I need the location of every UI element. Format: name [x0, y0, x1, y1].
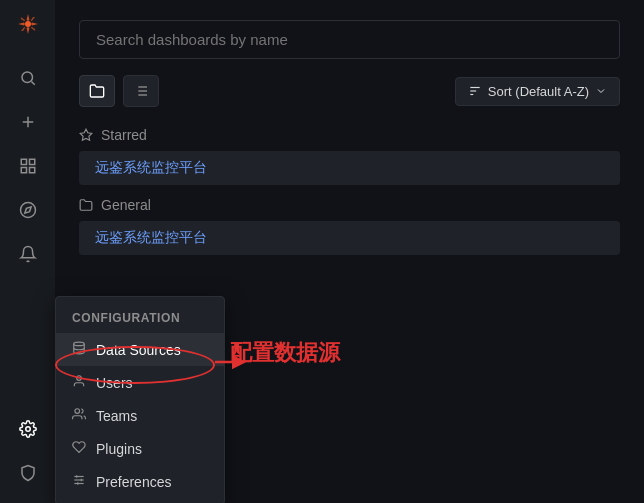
toolbar: Sort (Default A-Z): [79, 75, 620, 107]
general-dashboard-link[interactable]: 远鉴系统监控平台: [95, 229, 207, 245]
folder-icon: [79, 198, 93, 212]
svg-point-23: [77, 376, 82, 381]
sidebar-alerting-icon[interactable]: [8, 234, 48, 274]
general-item: 远鉴系统监控平台: [79, 221, 620, 255]
svg-point-9: [20, 203, 35, 218]
sidebar-add-icon[interactable]: [8, 102, 48, 142]
sort-label: Sort (Default A-Z): [488, 84, 589, 99]
menu-item-users[interactable]: Users: [56, 366, 224, 399]
svg-point-1: [22, 72, 33, 83]
general-section: General 远鉴系统监控平台: [79, 197, 620, 255]
menu-item-preferences[interactable]: Preferences: [56, 465, 224, 498]
menu-item-teams-label: Teams: [96, 408, 137, 424]
datasources-icon: [72, 341, 86, 358]
search-input[interactable]: [79, 20, 620, 59]
users-icon: [72, 374, 86, 391]
starred-header: Starred: [79, 127, 620, 143]
star-icon: [79, 128, 93, 142]
teams-icon: [72, 407, 86, 424]
svg-rect-8: [29, 168, 34, 173]
starred-dashboard-link[interactable]: 远鉴系统监控平台: [95, 159, 207, 175]
menu-item-datasources-label: Data Sources: [96, 342, 181, 358]
sidebar-shield-icon[interactable]: [8, 453, 48, 493]
menu-item-teams[interactable]: Teams: [56, 399, 224, 432]
svg-point-0: [25, 21, 31, 27]
preferences-icon: [72, 473, 86, 490]
sort-button[interactable]: Sort (Default A-Z): [455, 77, 620, 106]
svg-rect-7: [21, 168, 26, 173]
svg-line-2: [31, 81, 34, 84]
starred-item: 远鉴系统监控平台: [79, 151, 620, 185]
starred-label: Starred: [101, 127, 147, 143]
svg-point-11: [25, 427, 30, 432]
sidebar: [0, 0, 55, 503]
menu-item-plugins-label: Plugins: [96, 441, 142, 457]
folder-view-button[interactable]: [79, 75, 115, 107]
general-header: General: [79, 197, 620, 213]
general-label: General: [101, 197, 151, 213]
svg-point-22: [74, 342, 85, 346]
sidebar-explore-icon[interactable]: [8, 190, 48, 230]
sidebar-dashboards-icon[interactable]: [8, 146, 48, 186]
list-view-button[interactable]: [123, 75, 159, 107]
config-menu-title: Configuration: [56, 303, 224, 333]
menu-item-datasources[interactable]: Data Sources: [56, 333, 224, 366]
svg-rect-6: [29, 159, 34, 164]
logo-icon[interactable]: [12, 8, 44, 40]
sidebar-search-icon[interactable]: [8, 58, 48, 98]
svg-marker-10: [24, 207, 30, 213]
menu-item-plugins[interactable]: Plugins: [56, 432, 224, 465]
svg-point-24: [75, 409, 80, 414]
svg-marker-21: [80, 129, 92, 140]
plugins-icon: [72, 440, 86, 457]
sidebar-config-icon[interactable]: [8, 409, 48, 449]
config-menu: Configuration Data Sources Users: [55, 296, 225, 503]
menu-item-users-label: Users: [96, 375, 133, 391]
starred-section: Starred 远鉴系统监控平台: [79, 127, 620, 185]
menu-item-preferences-label: Preferences: [96, 474, 171, 490]
svg-rect-5: [21, 159, 26, 164]
